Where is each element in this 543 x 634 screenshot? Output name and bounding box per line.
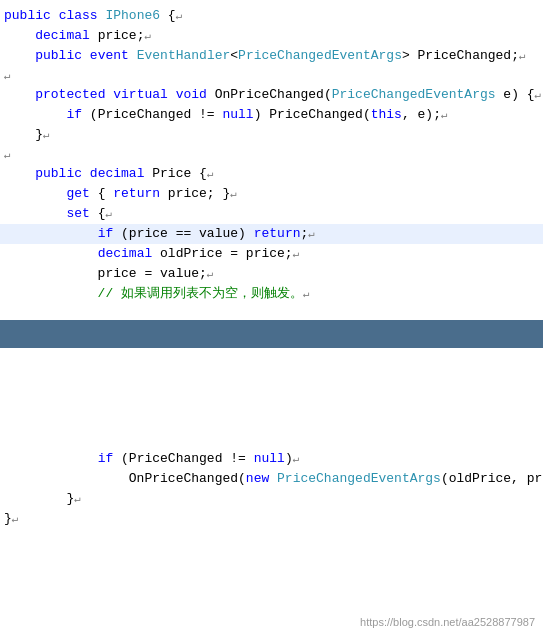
code-line-11: set {↵ [0, 204, 543, 224]
bottom-blank-2 [0, 373, 543, 392]
code-line-10: get { return price; }↵ [0, 184, 543, 204]
code-editor: public class IPhone6 {↵ decimal price;↵ … [0, 0, 543, 634]
bottom-line-6: if (PriceChanged != null)↵ [0, 449, 543, 469]
code-line-9: public decimal Price {↵ [0, 164, 543, 184]
code-line-2: decimal price;↵ [0, 26, 543, 46]
bottom-line-8-content: }↵ [0, 489, 543, 509]
bottom-blank-5 [0, 430, 543, 449]
line-6-content: if (PriceChanged != null) PriceChanged(t… [0, 105, 543, 125]
code-line-15: // 如果调用列表不为空，则触发。↵ [0, 284, 543, 304]
bottom-line-8: }↵ [0, 489, 543, 509]
bottom-line-7: OnPriceChanged(new PriceChangedEventArgs… [0, 469, 543, 489]
watermark: https://blog.csdn.net/aa2528877987 [360, 616, 535, 628]
bottom-line-7-content: OnPriceChanged(new PriceChangedEventArgs… [0, 469, 543, 489]
code-line-1: public class IPhone6 {↵ [0, 6, 543, 26]
line-12-content: if (price == value) return;↵ [0, 224, 543, 244]
code-line-5: protected virtual void OnPriceChanged(Pr… [0, 85, 543, 105]
code-line-3: public event EventHandler<PriceChangedEv… [0, 46, 543, 66]
line-14-content: price = value;↵ [0, 264, 543, 284]
bottom-blank-3 [0, 392, 543, 411]
top-code-section: public class IPhone6 {↵ decimal price;↵ … [0, 0, 543, 320]
bottom-blank-4 [0, 411, 543, 430]
bottom-code-section: if (PriceChanged != null)↵ OnPriceChange… [0, 348, 543, 634]
line-7-content: }↵ [0, 125, 543, 145]
bottom-line-9: }↵ [0, 509, 543, 529]
code-line-blank-2: ↵ [0, 145, 543, 164]
code-line-13: decimal oldPrice = price;↵ [0, 244, 543, 264]
bottom-line-6-content: if (PriceChanged != null)↵ [0, 449, 543, 469]
line-15-content: // 如果调用列表不为空，则触发。↵ [0, 284, 543, 304]
divider-bar [0, 320, 543, 348]
line-1-content: public class IPhone6 {↵ [0, 6, 543, 26]
code-line-6: if (PriceChanged != null) PriceChanged(t… [0, 105, 543, 125]
code-line-12: if (price == value) return;↵ [0, 224, 543, 244]
line-11-content: set {↵ [0, 204, 543, 224]
line-9-content: public decimal Price {↵ [0, 164, 543, 184]
line-3-content: public event EventHandler<PriceChangedEv… [0, 46, 543, 66]
code-line-14: price = value;↵ [0, 264, 543, 284]
line-2-content: decimal price;↵ [0, 26, 543, 46]
code-line-7: }↵ [0, 125, 543, 145]
bottom-line-9-content: }↵ [0, 509, 543, 529]
line-5-content: protected virtual void OnPriceChanged(Pr… [0, 85, 543, 105]
code-line-blank-1: ↵ [0, 66, 543, 85]
line-10-content: get { return price; }↵ [0, 184, 543, 204]
line-13-content: decimal oldPrice = price;↵ [0, 244, 543, 264]
bottom-blank-1 [0, 354, 543, 373]
